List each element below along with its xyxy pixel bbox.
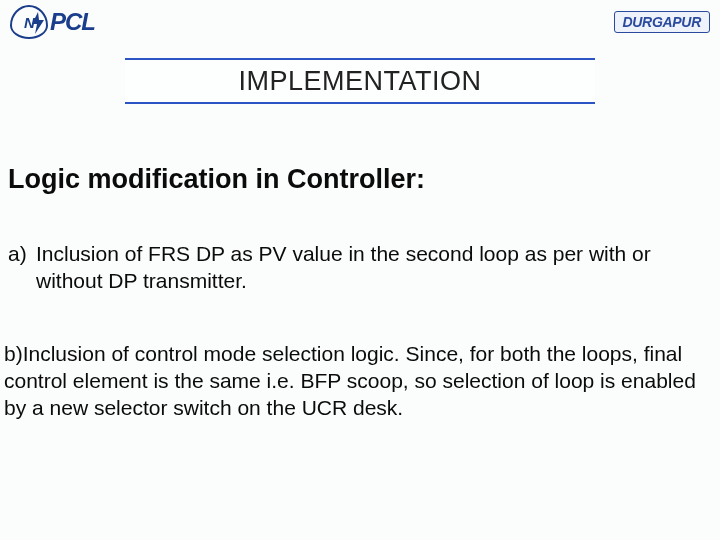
slide-title: IMPLEMENTATION: [238, 66, 481, 97]
slide-title-bar: IMPLEMENTATION: [125, 58, 595, 104]
list-item-b: b)Inclusion of control mode selection lo…: [4, 341, 700, 422]
list-item-a-text: Inclusion of FRS DP as PV value in the s…: [36, 241, 700, 295]
nspcl-logo: N PCL: [10, 5, 95, 39]
section-heading: Logic modification in Controller:: [8, 164, 720, 195]
nspcl-logo-text: PCL: [50, 8, 95, 36]
lightning-bolt-icon: [32, 12, 46, 34]
list-item-a-marker: a): [8, 241, 36, 295]
nspcl-logo-mark: N: [10, 5, 48, 39]
durgapur-badge: DURGAPUR: [614, 11, 711, 33]
svg-marker-0: [32, 12, 44, 34]
slide-header: N PCL DURGAPUR: [0, 0, 720, 44]
list-item-a: a) Inclusion of FRS DP as PV value in th…: [8, 241, 700, 295]
